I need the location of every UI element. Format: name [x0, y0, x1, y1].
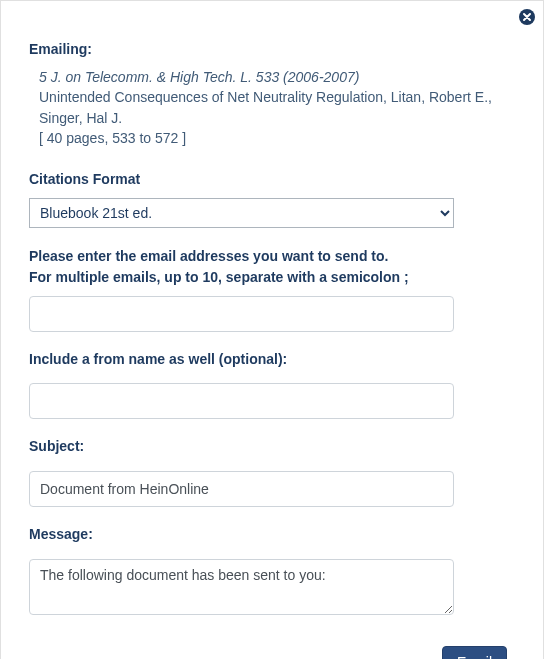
message-label: Message:	[29, 525, 515, 545]
emailing-label: Emailing:	[29, 41, 515, 57]
subject-section: Subject:	[29, 437, 515, 507]
recipients-label-line2: For multiple emails, up to 10, separate …	[29, 267, 515, 288]
from-name-label: Include a from name as well (optional):	[29, 350, 515, 370]
close-icon	[518, 8, 536, 26]
recipients-section: Please enter the email addresses you wan…	[29, 246, 515, 332]
citations-format-section: Citations Format Bluebook 21st ed.	[29, 170, 515, 228]
subject-label: Subject:	[29, 437, 515, 457]
email-button[interactable]: Email	[442, 646, 507, 659]
subject-input[interactable]	[29, 471, 454, 507]
from-name-input[interactable]	[29, 383, 454, 419]
document-info: 5 J. on Telecomm. & High Tech. L. 533 (2…	[29, 67, 515, 148]
recipients-label-line1: Please enter the email addresses you wan…	[29, 246, 515, 267]
close-button[interactable]	[517, 7, 537, 27]
message-section: Message:	[29, 525, 515, 618]
email-dialog: Emailing: 5 J. on Telecomm. & High Tech.…	[0, 0, 544, 659]
recipients-input[interactable]	[29, 296, 454, 332]
document-title: Unintended Consequences of Net Neutralit…	[39, 87, 515, 128]
emailing-section: Emailing: 5 J. on Telecomm. & High Tech.…	[29, 41, 515, 148]
message-textarea[interactable]	[29, 559, 454, 615]
from-name-section: Include a from name as well (optional):	[29, 350, 515, 420]
button-row: Email	[29, 646, 515, 659]
document-pages: [ 40 pages, 533 to 572 ]	[39, 128, 515, 148]
citations-format-label: Citations Format	[29, 170, 515, 190]
document-citation: 5 J. on Telecomm. & High Tech. L. 533 (2…	[39, 67, 515, 87]
citations-format-select[interactable]: Bluebook 21st ed.	[29, 198, 454, 228]
